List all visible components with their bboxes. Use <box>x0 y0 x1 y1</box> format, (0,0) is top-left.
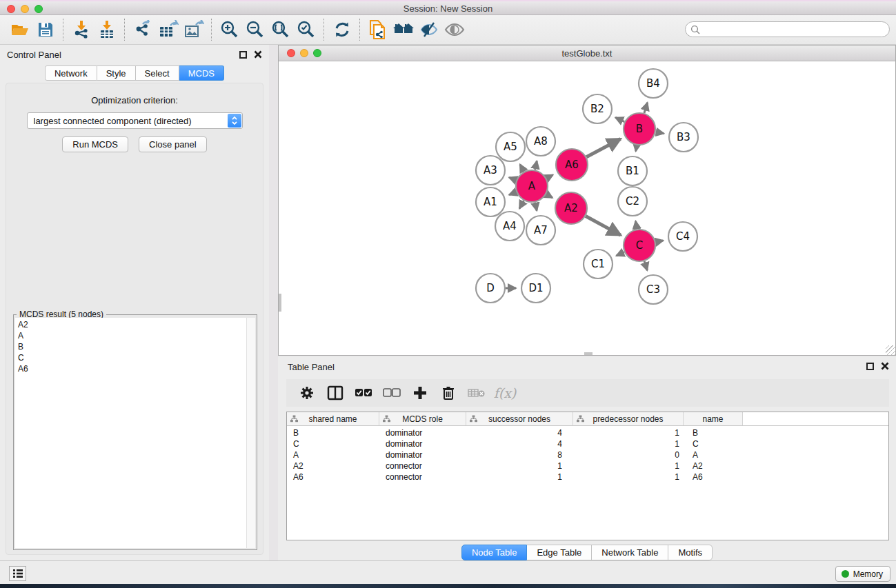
cell[interactable]: A6 <box>684 472 743 483</box>
zoom-in-icon[interactable] <box>217 17 242 42</box>
tab-style[interactable]: Style <box>97 65 136 81</box>
memory-button[interactable]: Memory <box>835 566 890 582</box>
tab-network-table[interactable]: Network Table <box>592 545 668 560</box>
cell[interactable]: dominator <box>379 428 466 439</box>
network-canvas[interactable]: AA6A2BCA5A8A3A1A4A7B2B4B3B1C2C4C1C3DD1 <box>279 61 895 355</box>
float-panel-icon[interactable] <box>239 51 247 59</box>
node-B3[interactable]: B3 <box>669 123 698 152</box>
cell[interactable]: A <box>684 450 743 461</box>
resize-grip-corner[interactable] <box>886 345 895 355</box>
result-scrollbar[interactable] <box>246 318 255 548</box>
import-network-icon[interactable] <box>68 17 94 42</box>
column-header-predecessor-nodes[interactable]: predecessor nodes <box>573 412 684 425</box>
save-session-icon[interactable] <box>32 17 58 42</box>
cell[interactable]: 1 <box>466 472 573 483</box>
node-A7[interactable]: A7 <box>526 216 555 245</box>
edge-A6-B[interactable] <box>586 139 620 157</box>
show-graphics-icon[interactable] <box>441 17 467 42</box>
cell[interactable]: B <box>287 428 379 439</box>
node-B[interactable]: B <box>624 113 655 145</box>
node-A6[interactable]: A6 <box>556 149 588 181</box>
open-file-icon[interactable] <box>7 17 32 42</box>
result-list-item[interactable]: C <box>15 352 255 363</box>
cell[interactable]: A6 <box>287 472 379 483</box>
node-A2[interactable]: A2 <box>555 192 587 224</box>
tab-network[interactable]: Network <box>45 65 97 81</box>
home-icon[interactable] <box>390 17 416 42</box>
cell[interactable]: 4 <box>466 428 573 439</box>
table-row[interactable]: Bdominator41B <box>287 428 888 439</box>
cell[interactable]: A2 <box>287 461 379 472</box>
delete-icon[interactable] <box>436 381 461 405</box>
node-A3[interactable]: A3 <box>476 156 505 185</box>
search-input[interactable] <box>704 23 884 36</box>
cell[interactable]: B <box>684 428 743 439</box>
edge-B-B2[interactable] <box>615 117 624 121</box>
edge-A-A7[interactable] <box>535 203 537 211</box>
result-list-item[interactable]: A2 <box>15 319 255 330</box>
close-table-panel-icon[interactable] <box>881 362 889 370</box>
edge-C-C2[interactable] <box>635 221 637 230</box>
cell[interactable]: 8 <box>466 450 573 461</box>
cell[interactable]: dominator <box>379 439 466 450</box>
edge-A-A3[interactable] <box>509 177 517 180</box>
table-row[interactable]: Cdominator41C <box>287 439 888 450</box>
node-D1[interactable]: D1 <box>521 274 550 303</box>
cell[interactable]: 1 <box>466 461 573 472</box>
node-A[interactable]: A <box>516 170 548 202</box>
column-header-MCDS-role[interactable]: MCDS role <box>379 412 466 425</box>
edge-C-C4[interactable] <box>656 241 664 242</box>
node-C1[interactable]: C1 <box>584 250 613 278</box>
node-A4[interactable]: A4 <box>495 212 524 241</box>
export-table-icon[interactable] <box>155 17 181 42</box>
result-list-item[interactable]: A <box>15 330 255 341</box>
cell[interactable]: 1 <box>573 439 684 450</box>
zoom-out-icon[interactable] <box>242 17 268 42</box>
tab-select[interactable]: Select <box>136 65 179 81</box>
tab-motifs[interactable]: Motifs <box>668 545 713 560</box>
edge-B-B4[interactable] <box>644 103 648 113</box>
zoom-fit-icon[interactable] <box>268 17 293 42</box>
cell[interactable]: dominator <box>379 450 466 461</box>
cell[interactable]: 1 <box>573 428 684 439</box>
function-builder-icon[interactable]: f(x) <box>492 381 517 405</box>
edge-A-A8[interactable] <box>535 161 537 170</box>
column-header-successor-nodes[interactable]: successor nodes <box>466 412 573 425</box>
node-C2[interactable]: C2 <box>618 187 647 216</box>
column-header-name[interactable]: name <box>684 412 743 425</box>
close-panel-button[interactable]: Close panel <box>139 136 207 152</box>
result-list-item[interactable]: B <box>15 341 255 352</box>
export-image-icon[interactable] <box>181 17 206 42</box>
edge-A-A1[interactable] <box>509 192 517 195</box>
table-row[interactable]: A2connector11A2 <box>287 461 888 472</box>
criterion-dropdown[interactable]: largest connected component (directed) <box>27 112 243 129</box>
node-C4[interactable]: C4 <box>668 222 697 251</box>
gear-icon[interactable] <box>295 381 319 405</box>
select-all-icon[interactable] <box>351 381 376 405</box>
result-list-item[interactable]: A6 <box>15 363 255 374</box>
node-A1[interactable]: A1 <box>476 187 505 216</box>
add-column-icon[interactable] <box>408 381 432 405</box>
edge-A-A4[interactable] <box>519 201 524 209</box>
resize-grip-left[interactable] <box>279 294 281 312</box>
new-network-from-file-icon[interactable] <box>365 17 390 42</box>
resize-grip-bottom[interactable] <box>584 352 593 355</box>
node-A5[interactable]: A5 <box>496 132 525 161</box>
cell[interactable]: A2 <box>684 461 743 472</box>
float-table-panel-icon[interactable] <box>866 363 874 370</box>
show-tasks-icon[interactable] <box>9 566 26 581</box>
tab-node-table[interactable]: Node Table <box>461 545 528 560</box>
edge-A2-C[interactable] <box>586 216 621 235</box>
edge-B-B1[interactable] <box>636 145 637 152</box>
node-B2[interactable]: B2 <box>583 94 612 123</box>
network-window-titlebar[interactable]: testGlobe.txt <box>279 45 895 61</box>
cell[interactable]: 1 <box>573 461 684 472</box>
close-panel-icon[interactable] <box>254 50 262 59</box>
edge-B-B3[interactable] <box>656 132 664 133</box>
node-D[interactable]: D <box>476 274 505 303</box>
cell[interactable]: C <box>287 439 379 450</box>
zoom-selected-icon[interactable] <box>293 17 319 42</box>
node-C[interactable]: C <box>624 230 655 261</box>
refresh-icon[interactable] <box>329 17 355 42</box>
column-header-shared-name[interactable]: shared name <box>287 412 379 425</box>
